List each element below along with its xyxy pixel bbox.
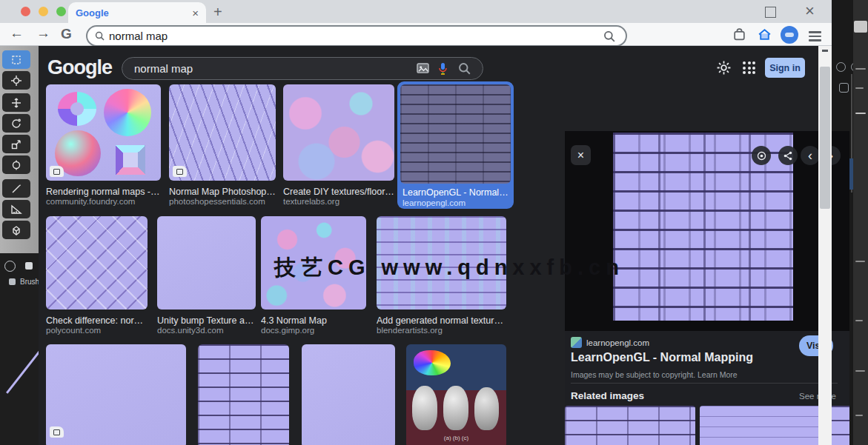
result-caption[interactable]: Create DIY textures/floor normal... (283, 187, 394, 197)
settings-gear-icon[interactable] (716, 60, 732, 76)
rotate-icon (10, 118, 22, 130)
maximize-window-icon[interactable] (765, 7, 776, 18)
image-detail-panel: × ‹ › learnopengl.com LearnOpenGL - Norm… (565, 131, 849, 445)
gizmo-icon[interactable] (4, 261, 16, 272)
search-query[interactable]: normal map (134, 62, 417, 75)
result-source: docs.unity3d.com (157, 326, 256, 335)
result-source: polycount.com (46, 326, 148, 335)
result-thumbnail[interactable] (302, 344, 395, 445)
new-tab-button[interactable]: + (213, 4, 222, 21)
page-scrollbar-track[interactable] (818, 46, 832, 445)
result-source: blenderartists.org (377, 326, 506, 335)
image-result: Normal Map Photoshop - Quick Tips photos… (169, 84, 276, 206)
result-caption[interactable]: 4.3 Normal Map (261, 315, 366, 326)
avatar-detail (785, 33, 794, 37)
result-thumbnail[interactable] (157, 216, 256, 310)
result-caption[interactable]: Check difference: normals from... (46, 315, 148, 326)
related-thumbnail[interactable] (565, 406, 695, 445)
result-caption[interactable]: Rendering normal maps - Beyond... (46, 187, 161, 197)
collections-bag-icon[interactable] (732, 27, 746, 41)
image-result-selected[interactable]: LearnOpenGL - Normal Mapping learnopengl… (397, 81, 514, 209)
add-cube-tool-button[interactable] (2, 221, 30, 239)
forward-icon[interactable]: → (36, 25, 50, 41)
voice-search-icon[interactable] (438, 62, 448, 75)
brush-icon[interactable] (9, 278, 16, 285)
transform-icon (10, 159, 22, 171)
omnibox-go-search-icon[interactable] (603, 30, 615, 42)
select-box-tool-button[interactable] (2, 50, 30, 69)
result-caption[interactable]: Add generated normal textures map ... (377, 315, 506, 326)
blender-outliner-icon[interactable] (836, 62, 846, 72)
result-thumbnail[interactable] (46, 216, 148, 310)
result-caption[interactable]: Normal Map Photoshop - Quick Tips (169, 187, 276, 197)
profile-avatar[interactable] (781, 26, 798, 44)
image-result: (a) (b) (c) (406, 344, 506, 445)
tab-close-icon[interactable]: × (192, 7, 199, 19)
panel-title[interactable]: LearnOpenGL - Normal Mapping (571, 351, 753, 364)
browser-tab[interactable]: Google × (68, 2, 206, 23)
result-thumbnail[interactable] (46, 84, 161, 181)
search-box[interactable]: normal map (122, 57, 483, 80)
result-caption[interactable]: LearnOpenGL - Normal Mapping (402, 187, 508, 198)
blender-header-button[interactable] (854, 21, 867, 33)
head-model (412, 386, 437, 430)
annotate-tool-button[interactable] (2, 179, 30, 198)
result-thumbnail[interactable] (400, 84, 511, 184)
home-icon[interactable] (758, 27, 772, 41)
preview-stage: × ‹ › (565, 131, 849, 331)
address-bar[interactable]: normal map (86, 25, 627, 47)
result-thumbnail[interactable] (169, 84, 276, 181)
back-icon[interactable]: ← (10, 25, 24, 41)
close-window-icon[interactable]: × (805, 1, 815, 21)
reload-icon[interactable]: G (61, 26, 72, 42)
lens-button[interactable] (752, 146, 771, 165)
measure-tool-button[interactable] (2, 200, 30, 218)
image-result: Rendering normal maps - Beyond... commun… (46, 84, 161, 206)
panel-close-button[interactable]: × (571, 145, 591, 165)
cursor-tool-button[interactable] (2, 71, 30, 90)
search-submit-icon[interactable] (458, 62, 471, 75)
close-window-traffic-light[interactable] (21, 7, 30, 16)
result-thumbnail[interactable] (198, 344, 289, 445)
browser-toolbar: ← → G normal map (0, 23, 832, 46)
result-caption[interactable]: Unity bump Texture and Normal ... (157, 315, 256, 326)
tab-title: Google (76, 7, 192, 19)
share-icon (783, 151, 792, 161)
google-apps-grid-icon[interactable] (743, 61, 755, 74)
image-result (46, 344, 186, 445)
scale-icon (10, 138, 22, 150)
page-scrollbar-thumb[interactable] (820, 67, 830, 209)
result-thumbnail[interactable]: (a) (b) (c) (406, 344, 506, 445)
image-result: Create DIY textures/floor normal... text… (283, 84, 394, 206)
result-source: community.foundry.com (46, 197, 161, 206)
rotate-tool-button[interactable] (2, 114, 30, 133)
panel-copyright[interactable]: Images may be subject to copyright. Lear… (571, 370, 738, 379)
move-icon (10, 97, 22, 109)
licensable-badge-icon (50, 166, 64, 177)
blender-collection-icon[interactable] (839, 83, 849, 93)
transform-tool-button[interactable] (2, 155, 30, 174)
related-thumbnail[interactable] (700, 406, 821, 445)
scale-tool-button[interactable] (2, 135, 30, 153)
maximize-window-traffic-light[interactable] (56, 7, 66, 16)
watermark-text: 技艺CG www.qdnxxfb.cn (274, 253, 689, 283)
result-thumbnail[interactable] (283, 84, 394, 181)
move-tool-button[interactable] (2, 93, 30, 112)
address-text[interactable]: normal map (109, 30, 603, 42)
browser-menu-icon[interactable] (809, 29, 821, 44)
google-logo[interactable]: Google (47, 56, 112, 79)
cursor-icon (10, 75, 22, 87)
sign-in-button[interactable]: Sign in (765, 58, 805, 78)
panel-site[interactable]: learnopengl.com (586, 338, 649, 347)
image-search-icon[interactable] (417, 63, 429, 74)
minimize-window-traffic-light[interactable] (39, 7, 48, 16)
cone-shape (104, 89, 151, 136)
share-button[interactable] (778, 146, 798, 165)
torus-shape (58, 92, 96, 126)
select-box-icon (10, 54, 22, 66)
previous-image-button[interactable]: ‹ (801, 146, 820, 165)
bevel-square-shape (116, 145, 145, 175)
result-thumbnail[interactable] (46, 344, 186, 445)
site-favicon (571, 337, 582, 348)
overlay-toggle-icon[interactable] (25, 262, 33, 270)
